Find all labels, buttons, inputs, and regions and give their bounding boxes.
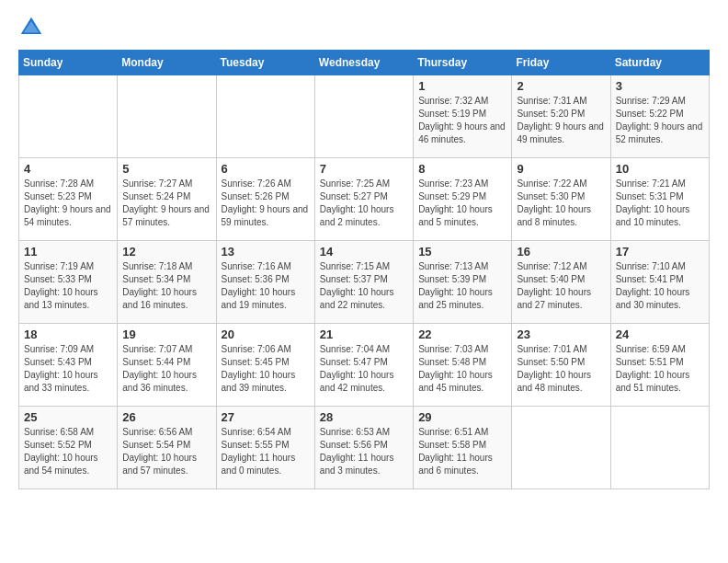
day-info: Sunrise: 7:03 AMSunset: 5:48 PMDaylight:… [418, 343, 506, 395]
day-number: 8 [418, 162, 506, 176]
day-info: Sunrise: 6:51 AMSunset: 5:58 PMDaylight:… [418, 426, 506, 477]
week-row-5: 25Sunrise: 6:58 AMSunset: 5:52 PMDayligh… [19, 407, 710, 489]
day-info: Sunrise: 7:12 AMSunset: 5:40 PMDaylight:… [517, 260, 605, 312]
day-info: Sunrise: 7:09 AMSunset: 5:43 PMDaylight:… [24, 343, 112, 395]
day-info: Sunrise: 7:28 AMSunset: 5:23 PMDaylight:… [24, 178, 112, 229]
calendar-header: SundayMondayTuesdayWednesdayThursdayFrid… [19, 51, 710, 75]
calendar-cell: 6Sunrise: 7:26 AMSunset: 5:26 PMDaylight… [216, 158, 314, 241]
day-number: 17 [616, 245, 704, 259]
day-number: 2 [517, 79, 605, 93]
day-info: Sunrise: 7:10 AMSunset: 5:41 PMDaylight:… [616, 260, 704, 312]
day-number: 28 [320, 410, 408, 424]
day-number: 1 [418, 79, 506, 93]
calendar-cell: 25Sunrise: 6:58 AMSunset: 5:52 PMDayligh… [19, 407, 118, 489]
day-number: 10 [616, 162, 704, 176]
day-number: 13 [222, 245, 310, 259]
day-info: Sunrise: 7:26 AMSunset: 5:26 PMDaylight:… [222, 178, 310, 229]
week-row-3: 11Sunrise: 7:19 AMSunset: 5:33 PMDayligh… [19, 241, 710, 324]
calendar-cell: 14Sunrise: 7:15 AMSunset: 5:37 PMDayligh… [314, 241, 413, 324]
calendar-cell: 24Sunrise: 6:59 AMSunset: 5:51 PMDayligh… [610, 324, 709, 407]
day-number: 21 [320, 327, 408, 341]
calendar-cell: 18Sunrise: 7:09 AMSunset: 5:43 PMDayligh… [19, 324, 118, 407]
day-number: 18 [24, 327, 112, 341]
header-day-tuesday: Tuesday [216, 51, 314, 75]
day-info: Sunrise: 6:54 AMSunset: 5:55 PMDaylight:… [222, 426, 310, 477]
day-number: 29 [418, 410, 506, 424]
week-row-1: 1Sunrise: 7:32 AMSunset: 5:19 PMDaylight… [19, 75, 710, 158]
calendar-cell: 4Sunrise: 7:28 AMSunset: 5:23 PMDaylight… [19, 158, 118, 241]
calendar-cell: 26Sunrise: 6:56 AMSunset: 5:54 PMDayligh… [118, 407, 216, 489]
day-info: Sunrise: 6:56 AMSunset: 5:54 PMDaylight:… [122, 426, 210, 477]
header-day-thursday: Thursday [414, 51, 512, 75]
calendar-cell: 28Sunrise: 6:53 AMSunset: 5:56 PMDayligh… [314, 407, 413, 489]
day-info: Sunrise: 7:01 AMSunset: 5:50 PMDaylight:… [517, 343, 605, 395]
day-number: 15 [418, 245, 506, 259]
calendar-cell: 5Sunrise: 7:27 AMSunset: 5:24 PMDaylight… [118, 158, 216, 241]
calendar-cell: 1Sunrise: 7:32 AMSunset: 5:19 PMDaylight… [414, 75, 512, 158]
calendar-cell: 29Sunrise: 6:51 AMSunset: 5:58 PMDayligh… [414, 407, 512, 489]
day-info: Sunrise: 6:58 AMSunset: 5:52 PMDaylight:… [24, 426, 112, 477]
day-info: Sunrise: 7:15 AMSunset: 5:37 PMDaylight:… [320, 260, 408, 312]
calendar-cell: 8Sunrise: 7:23 AMSunset: 5:29 PMDaylight… [414, 158, 512, 241]
logo-icon [18, 15, 44, 40]
day-number: 16 [517, 245, 605, 259]
calendar-cell: 3Sunrise: 7:29 AMSunset: 5:22 PMDaylight… [610, 75, 709, 158]
day-info: Sunrise: 7:13 AMSunset: 5:39 PMDaylight:… [418, 260, 506, 312]
day-info: Sunrise: 7:29 AMSunset: 5:22 PMDaylight:… [616, 95, 704, 146]
day-info: Sunrise: 7:04 AMSunset: 5:47 PMDaylight:… [320, 343, 408, 395]
week-row-4: 18Sunrise: 7:09 AMSunset: 5:43 PMDayligh… [19, 324, 710, 407]
header-day-saturday: Saturday [610, 51, 709, 75]
calendar-cell [19, 75, 118, 158]
calendar-cell [314, 75, 413, 158]
day-info: Sunrise: 7:18 AMSunset: 5:34 PMDaylight:… [122, 260, 210, 312]
day-info: Sunrise: 7:21 AMSunset: 5:31 PMDaylight:… [616, 178, 704, 229]
logo [18, 15, 48, 40]
day-info: Sunrise: 6:53 AMSunset: 5:56 PMDaylight:… [320, 426, 408, 477]
day-info: Sunrise: 7:25 AMSunset: 5:27 PMDaylight:… [320, 178, 408, 229]
day-info: Sunrise: 7:06 AMSunset: 5:45 PMDaylight:… [222, 343, 310, 395]
day-info: Sunrise: 7:07 AMSunset: 5:44 PMDaylight:… [122, 343, 210, 395]
day-number: 20 [222, 327, 310, 341]
day-number: 11 [24, 245, 112, 259]
calendar-cell: 16Sunrise: 7:12 AMSunset: 5:40 PMDayligh… [512, 241, 610, 324]
day-number: 7 [320, 162, 408, 176]
calendar-cell: 9Sunrise: 7:22 AMSunset: 5:30 PMDaylight… [512, 158, 610, 241]
calendar-cell: 15Sunrise: 7:13 AMSunset: 5:39 PMDayligh… [414, 241, 512, 324]
header [18, 15, 710, 40]
day-number: 12 [122, 245, 210, 259]
calendar-cell [610, 407, 709, 489]
header-day-wednesday: Wednesday [314, 51, 413, 75]
day-info: Sunrise: 7:22 AMSunset: 5:30 PMDaylight:… [517, 178, 605, 229]
day-number: 4 [24, 162, 112, 176]
calendar-cell: 21Sunrise: 7:04 AMSunset: 5:47 PMDayligh… [314, 324, 413, 407]
calendar-cell: 12Sunrise: 7:18 AMSunset: 5:34 PMDayligh… [118, 241, 216, 324]
day-info: Sunrise: 7:19 AMSunset: 5:33 PMDaylight:… [24, 260, 112, 312]
header-day-friday: Friday [512, 51, 610, 75]
day-number: 25 [24, 410, 112, 424]
header-row: SundayMondayTuesdayWednesdayThursdayFrid… [19, 51, 710, 75]
calendar-cell: 23Sunrise: 7:01 AMSunset: 5:50 PMDayligh… [512, 324, 610, 407]
calendar-cell: 10Sunrise: 7:21 AMSunset: 5:31 PMDayligh… [610, 158, 709, 241]
day-number: 3 [616, 79, 704, 93]
calendar-table: SundayMondayTuesdayWednesdayThursdayFrid… [18, 50, 710, 489]
calendar-cell [118, 75, 216, 158]
calendar-cell: 7Sunrise: 7:25 AMSunset: 5:27 PMDaylight… [314, 158, 413, 241]
calendar-cell: 27Sunrise: 6:54 AMSunset: 5:55 PMDayligh… [216, 407, 314, 489]
day-number: 23 [517, 327, 605, 341]
day-info: Sunrise: 7:32 AMSunset: 5:19 PMDaylight:… [418, 95, 506, 146]
calendar-body: 1Sunrise: 7:32 AMSunset: 5:19 PMDaylight… [19, 75, 710, 489]
day-number: 22 [418, 327, 506, 341]
day-info: Sunrise: 7:16 AMSunset: 5:36 PMDaylight:… [222, 260, 310, 312]
calendar-cell: 2Sunrise: 7:31 AMSunset: 5:20 PMDaylight… [512, 75, 610, 158]
day-number: 6 [222, 162, 310, 176]
day-number: 19 [122, 327, 210, 341]
calendar-cell: 11Sunrise: 7:19 AMSunset: 5:33 PMDayligh… [19, 241, 118, 324]
day-number: 27 [222, 410, 310, 424]
header-day-monday: Monday [118, 51, 216, 75]
day-info: Sunrise: 7:23 AMSunset: 5:29 PMDaylight:… [418, 178, 506, 229]
calendar-cell [216, 75, 314, 158]
calendar-cell: 22Sunrise: 7:03 AMSunset: 5:48 PMDayligh… [414, 324, 512, 407]
day-info: Sunrise: 6:59 AMSunset: 5:51 PMDaylight:… [616, 343, 704, 395]
day-number: 24 [616, 327, 704, 341]
calendar-cell: 17Sunrise: 7:10 AMSunset: 5:41 PMDayligh… [610, 241, 709, 324]
